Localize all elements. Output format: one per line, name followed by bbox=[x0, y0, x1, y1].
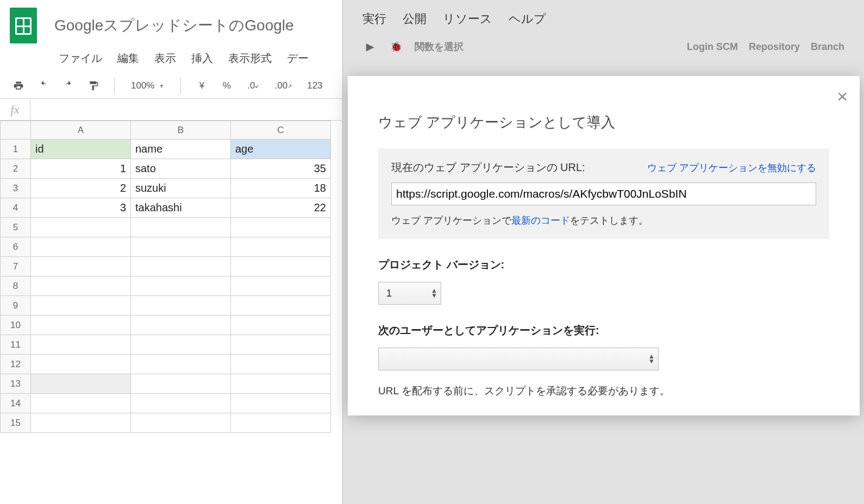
menu-data[interactable]: デー bbox=[287, 51, 309, 66]
formula-bar-input[interactable] bbox=[30, 99, 353, 120]
zoom-dropdown[interactable]: 100% ▼ bbox=[128, 80, 167, 91]
cell[interactable]: 18 bbox=[231, 179, 331, 198]
cell[interactable]: 2 bbox=[31, 179, 131, 198]
row-header[interactable]: 2 bbox=[1, 159, 31, 179]
row-header[interactable]: 6 bbox=[1, 237, 31, 257]
test-latest-code-link[interactable]: 最新のコード bbox=[511, 215, 570, 226]
cell[interactable]: id bbox=[31, 140, 131, 159]
tab-branch[interactable]: Branch bbox=[811, 41, 844, 53]
menu-edit[interactable]: 編集 bbox=[117, 51, 139, 66]
column-header-B[interactable]: B bbox=[131, 121, 231, 140]
row-header[interactable]: 4 bbox=[1, 198, 31, 218]
row-header[interactable]: 1 bbox=[1, 140, 31, 159]
cell[interactable]: age bbox=[231, 140, 331, 159]
row-header[interactable]: 11 bbox=[1, 335, 31, 355]
paint-format-icon[interactable] bbox=[86, 78, 101, 93]
cell[interactable] bbox=[31, 335, 131, 355]
menu-resources[interactable]: リソース bbox=[443, 11, 492, 27]
cell[interactable] bbox=[231, 335, 331, 355]
column-header-C[interactable]: C bbox=[231, 121, 331, 140]
row-header[interactable]: 7 bbox=[1, 257, 31, 276]
cell[interactable] bbox=[31, 218, 131, 237]
row-header[interactable]: 8 bbox=[1, 276, 31, 296]
close-icon[interactable]: × bbox=[837, 86, 848, 107]
row-header[interactable]: 12 bbox=[1, 355, 31, 374]
cell[interactable]: sato bbox=[131, 159, 231, 179]
webapp-url-input[interactable] bbox=[391, 182, 816, 205]
cell[interactable] bbox=[131, 394, 231, 413]
cell[interactable] bbox=[231, 257, 331, 276]
menu-format[interactable]: 表示形式 bbox=[228, 51, 272, 66]
cell[interactable] bbox=[231, 218, 331, 237]
menu-file[interactable]: ファイル bbox=[59, 51, 102, 66]
cell[interactable] bbox=[131, 237, 231, 257]
cell[interactable] bbox=[31, 237, 131, 257]
cell[interactable] bbox=[131, 355, 231, 374]
undo-icon[interactable] bbox=[36, 78, 51, 93]
decrease-decimal-button[interactable]: .0↙ bbox=[244, 78, 262, 93]
cell[interactable] bbox=[31, 276, 131, 296]
cell[interactable]: 35 bbox=[231, 159, 331, 179]
cell[interactable]: suzuki bbox=[131, 179, 231, 198]
cell[interactable] bbox=[131, 218, 231, 237]
document-title[interactable]: GoogleスプレッドシートのGoogle bbox=[54, 15, 294, 36]
cell[interactable] bbox=[131, 413, 231, 433]
row-header[interactable]: 9 bbox=[1, 296, 31, 316]
menu-insert[interactable]: 挿入 bbox=[191, 51, 213, 66]
cell[interactable] bbox=[31, 316, 131, 335]
cell[interactable] bbox=[131, 296, 231, 316]
cell[interactable] bbox=[131, 276, 231, 296]
column-header-A[interactable]: A bbox=[31, 121, 131, 140]
debug-icon[interactable]: 🐞 bbox=[389, 39, 404, 54]
menu-run[interactable]: 実行 bbox=[362, 11, 386, 27]
cell[interactable] bbox=[231, 296, 331, 316]
cell[interactable] bbox=[31, 355, 131, 374]
cell[interactable] bbox=[31, 374, 131, 394]
cell[interactable] bbox=[31, 413, 131, 433]
cell[interactable]: name bbox=[131, 140, 231, 159]
cell[interactable]: 3 bbox=[31, 198, 131, 218]
current-url-label: 現在のウェブ アプリケーションの URL: bbox=[391, 160, 585, 175]
cell[interactable] bbox=[231, 237, 331, 257]
menu-help[interactable]: ヘルプ bbox=[509, 11, 546, 27]
cell[interactable] bbox=[31, 296, 131, 316]
spreadsheet-grid[interactable]: A B C 1 id name age 2 1 sato 35 3 2 suzu… bbox=[0, 121, 331, 433]
currency-format-button[interactable]: ¥ bbox=[194, 78, 209, 93]
select-all-corner[interactable] bbox=[1, 121, 31, 140]
project-version-select[interactable]: 1 ▲▼ bbox=[378, 282, 441, 305]
cell[interactable] bbox=[231, 413, 331, 433]
tab-repository[interactable]: Repository bbox=[749, 41, 800, 53]
print-icon[interactable] bbox=[11, 78, 26, 93]
row-header[interactable]: 15 bbox=[1, 413, 31, 433]
cell[interactable] bbox=[231, 355, 331, 374]
cell[interactable] bbox=[231, 374, 331, 394]
cell[interactable] bbox=[131, 316, 231, 335]
row-header[interactable]: 5 bbox=[1, 218, 31, 237]
menu-view[interactable]: 表示 bbox=[154, 51, 176, 66]
function-select-dropdown[interactable]: 関数を選択 bbox=[415, 40, 464, 53]
run-icon[interactable]: ▶ bbox=[362, 39, 378, 54]
cell[interactable] bbox=[31, 257, 131, 276]
cell[interactable]: takahashi bbox=[131, 198, 231, 218]
row-header[interactable]: 3 bbox=[1, 179, 31, 198]
number-format-dropdown[interactable]: 123 bbox=[304, 78, 325, 93]
cell[interactable] bbox=[131, 257, 231, 276]
menu-publish[interactable]: 公開 bbox=[403, 11, 427, 27]
cell[interactable] bbox=[231, 276, 331, 296]
percent-format-button[interactable]: % bbox=[219, 78, 234, 93]
cell[interactable] bbox=[231, 316, 331, 335]
redo-icon[interactable] bbox=[61, 78, 76, 93]
cell[interactable] bbox=[131, 335, 231, 355]
cell[interactable] bbox=[31, 394, 131, 413]
cell[interactable] bbox=[131, 374, 231, 394]
cell[interactable]: 22 bbox=[231, 198, 331, 218]
execute-as-select[interactable]: ▲▼ bbox=[378, 348, 659, 370]
tab-login-scm[interactable]: Login SCM bbox=[687, 41, 738, 53]
disable-webapp-link[interactable]: ウェブ アプリケーションを無効にする bbox=[647, 161, 816, 174]
increase-decimal-button[interactable]: .00↗ bbox=[272, 78, 294, 93]
cell[interactable] bbox=[231, 394, 331, 413]
row-header[interactable]: 13 bbox=[1, 374, 31, 394]
cell[interactable]: 1 bbox=[31, 159, 131, 179]
row-header[interactable]: 10 bbox=[1, 316, 31, 335]
row-header[interactable]: 14 bbox=[1, 394, 31, 413]
